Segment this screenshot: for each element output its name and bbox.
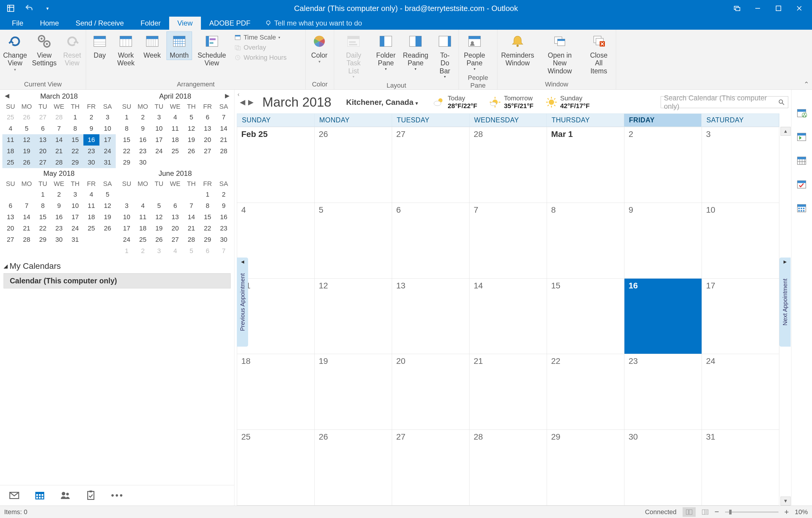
calendar-cell[interactable]: 8 xyxy=(547,203,625,279)
mini-cal-day[interactable]: 31 xyxy=(67,234,83,245)
mini-cal-day[interactable]: 6 xyxy=(199,112,216,123)
schedule-view-button[interactable]: Schedule View xyxy=(194,31,229,68)
calendar-cell[interactable]: 29 xyxy=(547,430,625,506)
mini-cal-day[interactable]: 6 xyxy=(35,123,51,134)
mini-cal-day[interactable] xyxy=(151,157,167,168)
more-nav-icon[interactable]: ••• xyxy=(111,490,124,500)
minimize-button[interactable] xyxy=(747,0,768,17)
weather-location[interactable]: Kitchener, Canada ▾ xyxy=(346,98,418,107)
todo-bar-button[interactable]: To-Do Bar▾ xyxy=(433,31,457,80)
mini-cal-day[interactable]: 13 xyxy=(167,212,183,223)
mini-cal-day[interactable]: 10 xyxy=(151,123,167,134)
menu-send-receive[interactable]: Send / Receive xyxy=(67,17,133,30)
calendar-cell[interactable]: 4 xyxy=(237,203,315,279)
mini-cal-day[interactable]: 22 xyxy=(35,223,51,234)
menu-adobe-pdf[interactable]: ADOBE PDF xyxy=(201,17,259,30)
display-options-icon[interactable] xyxy=(727,0,747,17)
calendar-cell[interactable]: 30 xyxy=(625,430,702,506)
my-calendars-header[interactable]: ◢ My Calendars xyxy=(0,256,234,273)
mini-cal-day[interactable]: 22 xyxy=(119,145,135,157)
calendar-cell[interactable]: 28 xyxy=(469,127,547,203)
prev-month-icon[interactable]: ◀ xyxy=(240,98,245,106)
scroll-up-icon[interactable]: ▲ xyxy=(781,127,791,136)
mini-cal-day[interactable]: 6 xyxy=(199,245,216,256)
zoom-out-icon[interactable]: − xyxy=(715,507,719,517)
calendar-cell[interactable]: 7 xyxy=(469,203,547,279)
mini-cal-day[interactable]: 18 xyxy=(2,145,19,157)
calendar-cell[interactable]: 21 xyxy=(469,354,547,430)
view-reading-icon[interactable] xyxy=(702,509,709,515)
rail-calendar-icon[interactable] xyxy=(796,155,808,167)
mini-cal-day[interactable]: 11 xyxy=(167,123,183,134)
collapse-ribbon-icon[interactable]: ⌃ xyxy=(804,81,809,88)
mini-cal-day[interactable]: 26 xyxy=(19,157,35,168)
mini-cal-day[interactable]: 9 xyxy=(51,200,67,212)
next-appointment-tab[interactable]: ▶ Next Appointment xyxy=(779,257,791,347)
menu-file[interactable]: File xyxy=(4,17,32,30)
mini-cal-day[interactable]: 7 xyxy=(216,245,232,256)
mini-cal-day[interactable]: 8 xyxy=(199,200,216,212)
mini-cal-day[interactable]: 13 xyxy=(199,123,216,134)
zoom-in-icon[interactable]: + xyxy=(784,507,789,517)
calendar-cell[interactable]: 27 xyxy=(392,430,469,506)
mini-cal-day[interactable]: 18 xyxy=(83,212,100,223)
maximize-button[interactable] xyxy=(768,0,789,17)
previous-appointment-tab[interactable]: ◀ Previous Appointment xyxy=(237,257,248,347)
week-button[interactable]: Week xyxy=(140,31,164,60)
mini-cal-day[interactable]: 12 xyxy=(183,123,200,134)
mini-cal-day[interactable] xyxy=(2,189,19,200)
calendar-cell[interactable]: 14 xyxy=(469,279,547,354)
mini-cal-day[interactable]: 16 xyxy=(135,134,151,145)
mini-cal-day[interactable] xyxy=(99,234,116,245)
people-nav-icon[interactable] xyxy=(60,490,70,501)
mini-cal-day[interactable]: 21 xyxy=(19,223,35,234)
calendar-cell[interactable]: 26 xyxy=(315,430,392,506)
mini-cal-day[interactable]: 28 xyxy=(216,145,232,157)
day-button[interactable]: Day xyxy=(88,31,112,60)
mini-cal-day[interactable]: 20 xyxy=(167,223,183,234)
mini-cal-day[interactable]: 4 xyxy=(83,189,100,200)
mini-cal-day[interactable]: 21 xyxy=(183,223,200,234)
undo-icon[interactable] xyxy=(24,4,34,13)
calendar-cell[interactable]: 27 xyxy=(392,127,469,203)
menu-view[interactable]: View xyxy=(169,17,201,30)
change-view-button[interactable]: Change View ▾ xyxy=(2,31,28,73)
mini-cal-day[interactable]: 17 xyxy=(119,223,135,234)
mini-cal-day[interactable]: 1 xyxy=(67,112,83,123)
close-all-items-button[interactable]: Close All Items xyxy=(583,31,614,76)
mini-calendar[interactable]: May 2018SUMOTUWETHFRSA123456789101112131… xyxy=(2,168,116,256)
mini-cal-day[interactable]: 27 xyxy=(35,157,51,168)
mini-cal-day[interactable]: 23 xyxy=(216,223,232,234)
mini-calendar[interactable]: April 2018▶SUMOTUWETHFRSA123456789101112… xyxy=(119,91,232,168)
calendar-cell[interactable]: 24 xyxy=(702,354,779,430)
mini-cal-day[interactable]: 20 xyxy=(35,145,51,157)
mini-cal-day[interactable]: 25 xyxy=(2,112,19,123)
mini-cal-day[interactable]: 8 xyxy=(119,123,135,134)
mini-cal-day[interactable]: 7 xyxy=(19,200,35,212)
mini-cal-day[interactable]: 12 xyxy=(19,134,35,145)
mini-cal-day[interactable]: 2 xyxy=(135,112,151,123)
mini-cal-day[interactable]: 29 xyxy=(119,157,135,168)
calendar-cell[interactable]: 3 xyxy=(702,127,779,203)
calendar-list-item[interactable]: Calendar (This computer only) xyxy=(4,273,231,289)
mini-cal-day[interactable]: 3 xyxy=(119,200,135,212)
quick-access-icon[interactable] xyxy=(6,4,16,13)
mini-cal-day[interactable]: 11 xyxy=(83,200,100,212)
calendar-cell[interactable]: 9 xyxy=(625,203,702,279)
daily-task-list-button[interactable]: Daily Task List▾ xyxy=(336,31,371,80)
calendar-cell[interactable]: 10 xyxy=(702,203,779,279)
mini-cal-day[interactable]: 1 xyxy=(199,189,216,200)
mini-cal-day[interactable]: 21 xyxy=(216,134,232,145)
mini-cal-day[interactable]: 14 xyxy=(51,134,67,145)
mini-cal-day[interactable]: 8 xyxy=(67,123,83,134)
mini-cal-day[interactable]: 11 xyxy=(2,134,19,145)
mini-cal-day[interactable]: 22 xyxy=(67,145,83,157)
mini-cal-day[interactable]: 26 xyxy=(183,145,200,157)
calendar-cell[interactable]: 17 xyxy=(702,279,779,354)
mini-cal-day[interactable]: 10 xyxy=(67,200,83,212)
mini-cal-day[interactable]: 9 xyxy=(83,123,100,134)
mini-cal-day[interactable]: 3 xyxy=(151,245,167,256)
mini-cal-day[interactable]: 21 xyxy=(51,145,67,157)
calendar-cell[interactable]: 26 xyxy=(315,127,392,203)
mini-cal-day[interactable]: 18 xyxy=(135,223,151,234)
